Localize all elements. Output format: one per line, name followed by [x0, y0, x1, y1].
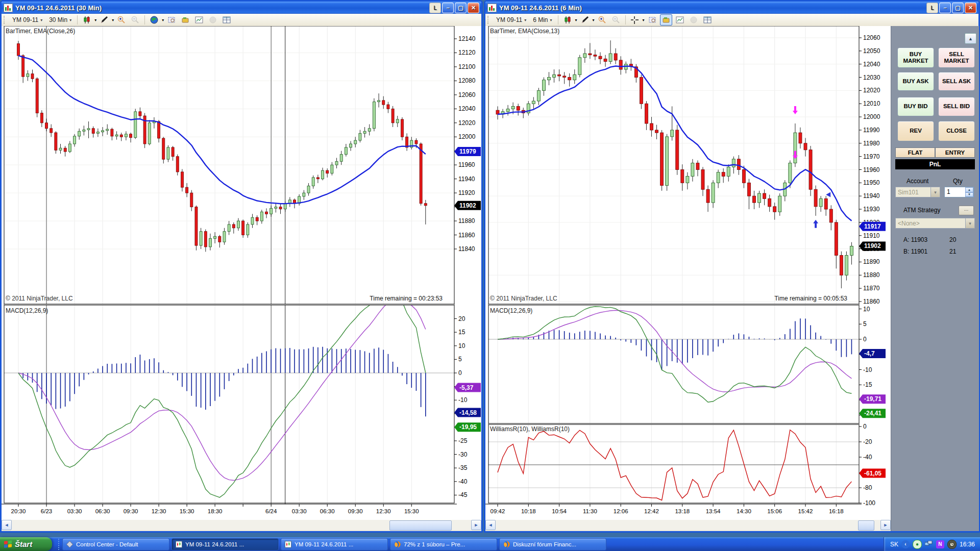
svg-text:12140: 12140	[458, 35, 476, 42]
language-indicator[interactable]: SK	[890, 541, 898, 548]
instrument-selector[interactable]: YM 09-11▾	[10, 15, 45, 25]
rev-button[interactable]: REV	[897, 121, 934, 141]
left-chart-canvas[interactable]: 1184011860118801190011920119401196011980…	[2, 26, 481, 520]
lock-button[interactable]: L	[429, 3, 441, 13]
quantity-stepper[interactable]: 1 ▲▼	[944, 187, 974, 197]
chart-style-icon[interactable]	[81, 14, 93, 26]
sell-ask-button[interactable]: SELL ASK	[938, 72, 975, 91]
left-h-scrollbar[interactable]: ◄ ►	[2, 520, 481, 530]
globe-arrow-icon[interactable]: ▾	[162, 18, 164, 22]
task-button[interactable]: YM 09-11 24.6.2011 ...	[281, 538, 388, 550]
spin-up-icon[interactable]: ▲	[965, 187, 973, 192]
scroll-track[interactable]	[12, 520, 471, 530]
svg-text:15:30: 15:30	[180, 508, 194, 514]
antivirus-icon[interactable]: ●	[913, 540, 922, 549]
zoom-out-icon[interactable]	[129, 14, 141, 26]
left-titlebar[interactable]: YM 09-11 24.6.2011 (30 Min) L – ▢ ✕	[2, 2, 481, 14]
sell-bid-button[interactable]: SELL BID	[938, 97, 975, 116]
atm-strategy-select[interactable]: <None>▾	[895, 218, 975, 229]
chart-trader-icon[interactable]	[660, 14, 672, 26]
onenote-icon[interactable]: N	[936, 540, 944, 548]
scroll-right-icon[interactable]: ►	[471, 520, 481, 530]
scroll-left-icon[interactable]: ◄	[485, 520, 496, 530]
toolbar-grip[interactable]	[4, 16, 7, 24]
svg-text:11920: 11920	[458, 189, 475, 196]
interval-selector[interactable]: 6 Min▾	[530, 15, 554, 25]
svg-text:-80: -80	[863, 484, 872, 491]
atm-strategy-more-button[interactable]: ...	[959, 206, 974, 215]
mini-chart-icon[interactable]	[193, 14, 205, 26]
panel-splitter[interactable]	[4, 304, 455, 305]
taskbar-clock[interactable]: 16:36	[960, 541, 975, 548]
scroll-thumb[interactable]	[858, 520, 874, 531]
network-icon[interactable]	[925, 540, 933, 548]
ask-size: 20	[949, 236, 956, 243]
task-button[interactable]: YM 09-11 24.6.2011 ...	[172, 538, 279, 550]
interval-selector[interactable]: 30 Min▾	[46, 15, 74, 25]
chart-style-arrow-icon[interactable]: ▾	[575, 18, 577, 22]
minimize-button[interactable]: –	[939, 3, 951, 13]
zoom-out-icon[interactable]	[610, 14, 622, 26]
panel-splitter[interactable]	[488, 304, 860, 305]
clock-app-icon[interactable]	[947, 540, 957, 549]
qty-label: Qty	[953, 178, 963, 185]
account-select[interactable]: Sim101▾	[895, 187, 940, 197]
data-grid-icon[interactable]	[701, 14, 714, 26]
scroll-right-icon[interactable]: ►	[880, 520, 891, 530]
zoom-in-icon[interactable]	[115, 14, 128, 26]
scroll-thumb[interactable]	[389, 520, 452, 531]
drawing-tools-icon[interactable]	[98, 14, 110, 26]
svg-text:12000: 12000	[863, 113, 880, 120]
maximize-button[interactable]: ▢	[455, 3, 467, 13]
chevron-down-icon[interactable]: ▾	[930, 187, 940, 197]
globe-icon[interactable]	[148, 14, 160, 26]
mini-chart-icon[interactable]	[674, 14, 686, 26]
task-button[interactable]: Diskuzní fórum Financ...	[499, 538, 606, 550]
zoom-in-icon[interactable]	[596, 14, 608, 26]
scroll-track[interactable]	[496, 520, 880, 530]
region-select-icon[interactable]	[165, 14, 178, 26]
buy-market-button[interactable]: BUY MARKET	[897, 47, 934, 68]
minimize-button[interactable]: –	[442, 3, 454, 13]
close-button[interactable]: ✕	[468, 3, 479, 13]
svg-text:5: 5	[458, 356, 462, 363]
drawing-tools-icon[interactable]	[579, 14, 591, 26]
start-button[interactable]: Štart	[0, 537, 52, 551]
svg-text:12020: 12020	[863, 87, 880, 94]
region-select-icon[interactable]	[646, 14, 658, 26]
right-titlebar[interactable]: YM 09-11 24.6.2011 (6 Min) L – ▢ ✕	[485, 2, 978, 14]
chart-style-icon[interactable]	[561, 14, 574, 26]
hide-icons-icon[interactable]: ‹	[901, 540, 910, 548]
close-button[interactable]: CLOSE	[938, 121, 975, 141]
task-button[interactable]: 72% z 1 súboru – Pre...	[390, 538, 497, 550]
right-h-scrollbar[interactable]: ◄ ►	[485, 520, 891, 530]
chevron-down-icon[interactable]: ▾	[965, 218, 974, 228]
maximize-button[interactable]: ▢	[952, 3, 964, 13]
svg-text:20:30: 20:30	[11, 508, 26, 514]
crosshair-icon[interactable]	[629, 14, 641, 26]
chart-style-arrow-icon[interactable]: ▾	[94, 18, 96, 22]
instrument-selector[interactable]: YM 09-11▾	[494, 15, 529, 25]
crosshair-arrow-icon[interactable]: ▾	[643, 18, 645, 22]
svg-text:0: 0	[863, 423, 867, 430]
toolbar-grip[interactable]	[487, 16, 491, 24]
chart-trader-icon[interactable]	[179, 14, 191, 26]
svg-text:-15: -15	[863, 381, 872, 388]
task-button[interactable]: Control Center - Default	[62, 538, 169, 550]
flat-button[interactable]: FLAT	[895, 147, 935, 158]
svg-text:-25: -25	[458, 437, 468, 444]
right-chart-canvas[interactable]: 0-20-40-80-100-61,05WilliamsR(10), Willi…	[485, 26, 891, 520]
drawing-tools-arrow-icon[interactable]: ▾	[112, 18, 114, 22]
panel-scroll-up-icon[interactable]: ▲	[965, 33, 976, 44]
entry-button[interactable]: ENTRY	[935, 147, 975, 158]
buy-ask-button[interactable]: BUY ASK	[897, 72, 934, 91]
close-button[interactable]: ✕	[965, 3, 976, 13]
lock-button[interactable]: L	[926, 3, 938, 13]
drawing-tools-arrow-icon[interactable]: ▾	[593, 18, 595, 22]
spin-down-icon[interactable]: ▼	[965, 192, 973, 197]
buy-bid-button[interactable]: BUY BID	[897, 97, 934, 116]
sell-market-button[interactable]: SELL MARKET	[938, 47, 975, 68]
scroll-left-icon[interactable]: ◄	[2, 520, 12, 530]
svg-text:12040: 12040	[458, 105, 476, 112]
data-grid-icon[interactable]	[220, 14, 233, 26]
